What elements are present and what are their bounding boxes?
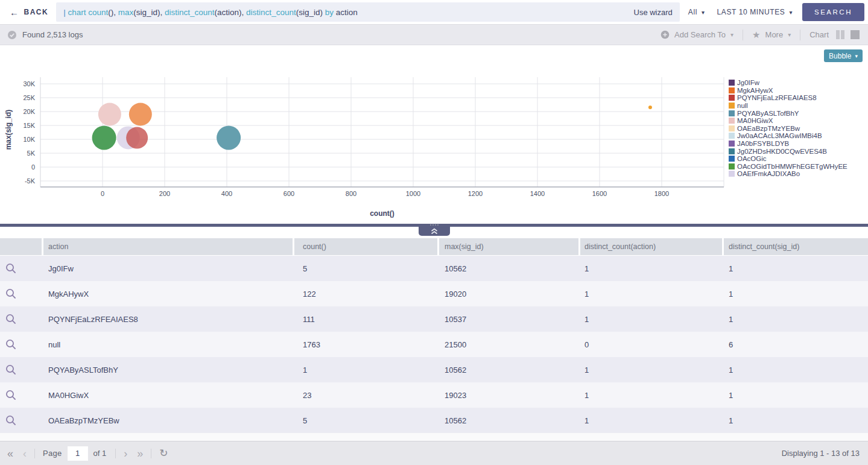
add-search-to-label: Add Search To [674,30,726,39]
chart-panel: 30K25K20K15K10K5K0-5K0200400600800100012… [0,45,868,224]
row-inspect-button[interactable] [0,332,43,357]
use-wizard-link[interactable]: Use wizard [634,8,673,17]
split-view-icon[interactable] [836,30,844,39]
cell-action: OAEaBzpTMzYEBw [43,408,294,433]
legend-item[interactable]: MA0HGiwX [729,117,847,125]
x-tick-label: 0 [101,190,104,197]
star-icon: ★ [752,30,760,39]
row-inspect-button[interactable] [0,357,43,382]
row-inspect-button[interactable] [0,382,43,408]
chart-type-dropdown[interactable]: Bubble ▾ [824,49,863,62]
column-header[interactable]: action [43,238,294,255]
prev-page-button[interactable]: ‹ [23,448,27,459]
chevron-down-icon: ▾ [702,9,705,16]
legend-item[interactable]: MgkAHywX [729,87,847,95]
magnifier-icon [5,338,17,350]
y-tick-label: -5K [25,177,36,185]
back-button[interactable]: ← BACK [10,7,48,17]
magnifier-icon [5,414,17,426]
magnifier-icon [5,389,17,401]
collapse-panel-button[interactable] [419,227,450,236]
column-header[interactable]: distinct_count(sig_id) [724,238,868,255]
legend-item[interactable]: OAcOGic [729,155,847,163]
bubble-OAcOGidTbHMWFhEGETgWHyEE[interactable] [92,125,116,150]
query-input[interactable]: | chart count(), max(sig_id), distinct_c… [63,8,629,17]
chevron-down-icon: ▾ [730,31,733,38]
row-inspect-button[interactable] [0,306,43,332]
refresh-button[interactable]: ↻ [159,448,168,458]
more-label: More [765,30,784,39]
bubble-MgkAHywX[interactable] [129,103,152,126]
row-inspect-button[interactable] [0,408,43,433]
query-token: by [325,8,336,17]
scope-dropdown[interactable]: All ▾ [688,8,705,16]
first-page-button[interactable]: « [7,448,13,459]
legend-item[interactable]: Jg0IFw [729,79,847,87]
panel-divider[interactable] [0,224,868,227]
legend-swatch-icon [729,163,735,169]
cell-action: MA0HGiwX [43,382,294,408]
legend-swatch-icon [729,87,735,93]
cell-distinct_count(action): 1 [580,281,724,306]
full-view-icon[interactable] [851,30,860,39]
y-tick-label: 5K [27,150,36,157]
x-tick-label: 1800 [654,190,669,197]
legend-item[interactable]: PQYAByASLTofBhY [729,109,847,117]
toolbar-separator [743,30,743,40]
cell-max(sig_id): 19020 [439,281,580,306]
column-header[interactable]: count() [294,238,439,255]
bubble-MA0HGiwX[interactable] [98,103,121,125]
cell-action: PQYAByASLTofBhY [43,357,294,382]
last-page-button[interactable]: » [137,448,143,459]
legend-item[interactable]: OAEfFmkAJDIXABo [729,170,847,178]
x-tick-label: 1200 [468,190,483,197]
table-body: Jg0IFw51056211MgkAHywX1221902011PQYNFjEa… [0,256,868,433]
column-header[interactable]: distinct_count(action) [580,238,724,255]
column-header[interactable]: max(sig_id) [439,238,580,255]
legend-item[interactable]: JA0bFSYBLDYB [729,140,847,148]
legend-label: MA0HGiwX [737,117,773,124]
y-tick-label: 10K [23,136,35,143]
legend-item[interactable]: OAcOGidTbHMWFhEGETgWHyEE [729,163,847,171]
cell-distinct_count(action): 1 [580,306,724,332]
magnifier-icon [5,364,17,376]
legend-item[interactable]: Jw0aACAcL3MAGwIMBi4B [729,132,847,140]
page-input[interactable] [68,446,88,461]
query-token: (sig_id), [133,8,165,17]
legend-item[interactable]: PQYNFjEaLzRFEAIAES8 [729,94,847,102]
bubble-null[interactable] [648,106,652,109]
cell-max(sig_id): 19023 [439,382,580,408]
topbar: ← BACK | chart count(), max(sig_id), dis… [0,0,868,24]
legend-swatch-icon [729,148,735,154]
cell-count(): 1763 [294,332,439,357]
legend-label: OAcOGic [737,155,767,162]
query-token: (action), [215,8,247,17]
legend-item[interactable]: null [729,102,847,110]
y-tick-label: 20K [23,108,35,115]
table-row: Jg0IFw51056211 [0,256,868,281]
legend-item[interactable]: Jg0ZHDsHKD0CQwEVES4B [729,147,847,155]
legend-label: PQYAByASLTofBhY [737,110,799,117]
cell-max(sig_id): 10562 [439,357,580,382]
bubble-Jg0ZHDsHKD0CQwEVES4B[interactable] [217,125,241,150]
chart-view-label: Chart [809,30,829,39]
table-footer-spacer [0,433,868,441]
cell-max(sig_id): 10562 [439,256,580,281]
chevron-down-icon: ▾ [789,9,793,16]
add-search-to-button[interactable]: Add Search To ▾ [661,30,733,39]
row-inspect-button[interactable] [0,256,43,281]
query-token: max [118,8,134,17]
more-button[interactable]: ★ More ▾ [752,30,791,39]
table-row: MA0HGiwX231902311 [0,382,868,408]
next-page-button[interactable]: › [124,448,127,459]
row-inspect-button[interactable] [0,281,43,306]
scope-value: All [688,8,697,16]
bubble-chart-plot[interactable]: 30K25K20K15K10K5K0-5K0200400600800100012… [0,45,730,203]
table-row: OAEaBzpTMzYEBw51056211 [0,408,868,433]
x-tick-label: 1000 [406,190,420,197]
legend-item[interactable]: OAEaBzpTMzYEBw [729,125,847,133]
search-button[interactable]: SEARCH [802,3,864,21]
legend-label: JA0bFSYBLDYB [737,140,789,147]
time-range-dropdown[interactable]: LAST 10 MINUTES ▾ [717,8,793,16]
bubble-PQYNFjEaLzRFEAIAES8[interactable] [126,127,148,149]
